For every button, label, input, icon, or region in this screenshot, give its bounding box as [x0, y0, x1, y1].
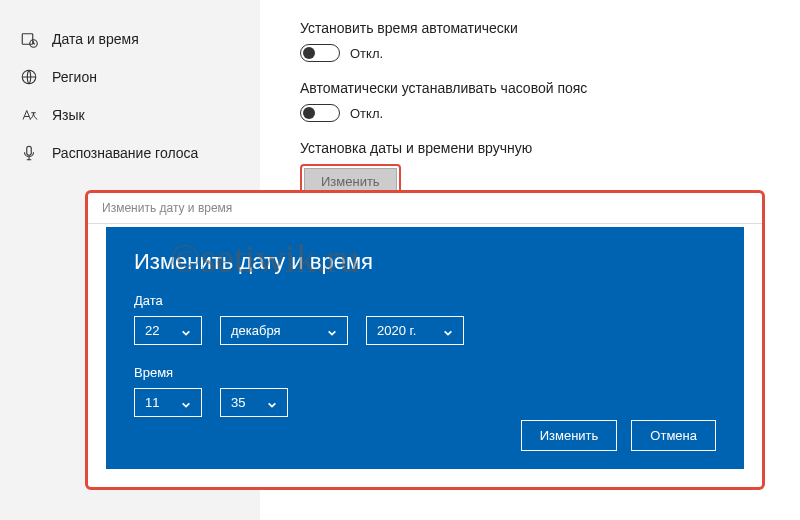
chevron-down-icon — [327, 326, 337, 336]
dialog-body: Изменить дату и время Дата 22 декабря 20… — [106, 227, 744, 469]
toggle-row: Откл. — [300, 104, 780, 122]
date-label: Дата — [134, 293, 716, 308]
dialog-change-button[interactable]: Изменить — [521, 420, 618, 451]
setting-auto-timezone: Автоматически устанавливать часовой пояс… — [300, 80, 780, 122]
setting-label: Установка даты и времени вручную — [300, 140, 780, 156]
minute-value: 35 — [231, 395, 245, 410]
hour-value: 11 — [145, 395, 159, 410]
chevron-down-icon — [181, 398, 191, 408]
setting-auto-time: Установить время автоматически Откл. — [300, 20, 780, 62]
sidebar-item-label: Регион — [52, 69, 97, 85]
language-icon — [20, 106, 38, 124]
dialog-titlebar: Изменить дату и время — [88, 193, 762, 224]
year-value: 2020 г. — [377, 323, 416, 338]
year-picker[interactable]: 2020 г. — [366, 316, 464, 345]
time-label: Время — [134, 365, 716, 380]
setting-label: Установить время автоматически — [300, 20, 780, 36]
hour-picker[interactable]: 11 — [134, 388, 202, 417]
sidebar-item-language[interactable]: Язык — [0, 96, 260, 134]
svg-rect-3 — [27, 146, 32, 155]
sidebar-item-speech[interactable]: Распознавание голоса — [0, 134, 260, 172]
svg-rect-0 — [22, 34, 33, 45]
toggle-auto-time[interactable] — [300, 44, 340, 62]
date-picker-row: 22 декабря 2020 г. — [134, 316, 716, 345]
calendar-clock-icon — [20, 30, 38, 48]
sidebar-item-label: Язык — [52, 107, 85, 123]
toggle-state: Откл. — [350, 46, 383, 61]
change-datetime-dialog: Изменить дату и время Изменить дату и вр… — [85, 190, 765, 490]
dialog-cancel-button[interactable]: Отмена — [631, 420, 716, 451]
month-picker[interactable]: декабря — [220, 316, 348, 345]
microphone-icon — [20, 144, 38, 162]
sidebar-item-date-time[interactable]: Дата и время — [0, 20, 260, 58]
chevron-down-icon — [443, 326, 453, 336]
sidebar-item-region[interactable]: Регион — [0, 58, 260, 96]
time-picker-row: 11 35 — [134, 388, 716, 417]
toggle-auto-timezone[interactable] — [300, 104, 340, 122]
minute-picker[interactable]: 35 — [220, 388, 288, 417]
sidebar-item-label: Распознавание голоса — [52, 145, 198, 161]
chevron-down-icon — [267, 398, 277, 408]
toggle-row: Откл. — [300, 44, 780, 62]
setting-label: Автоматически устанавливать часовой пояс — [300, 80, 780, 96]
toggle-state: Откл. — [350, 106, 383, 121]
day-picker[interactable]: 22 — [134, 316, 202, 345]
month-value: декабря — [231, 323, 281, 338]
dialog-actions: Изменить Отмена — [521, 420, 716, 451]
sidebar-item-label: Дата и время — [52, 31, 139, 47]
day-value: 22 — [145, 323, 159, 338]
dialog-heading: Изменить дату и время — [134, 249, 716, 275]
globe-icon — [20, 68, 38, 86]
chevron-down-icon — [181, 326, 191, 336]
